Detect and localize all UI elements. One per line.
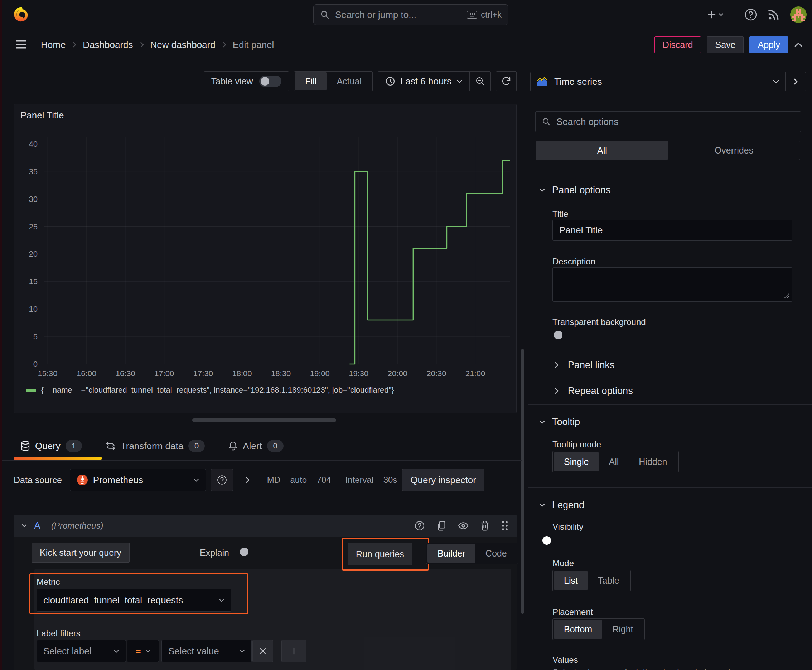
discard-button[interactable]: Discard xyxy=(654,36,701,53)
description-textarea[interactable] xyxy=(553,267,792,302)
tooltip-mode-all[interactable]: All xyxy=(599,452,629,471)
values-label: Values xyxy=(553,655,578,665)
interval-stat: Interval = 30s xyxy=(346,475,397,485)
time-series-chart[interactable]: 15:3016:0016:3017:0017:3018:0018:3019:00… xyxy=(14,104,516,381)
resize-handle-icon[interactable] xyxy=(784,293,789,298)
placement-segmented: Bottom Right xyxy=(553,618,645,640)
search-icon xyxy=(542,117,551,126)
table-view-control: Table view xyxy=(204,71,289,91)
breadcrumb-dashboards[interactable]: Dashboards xyxy=(83,39,133,51)
grafana-logo-icon[interactable] xyxy=(13,6,29,23)
panel-title-input[interactable]: Panel Title xyxy=(553,220,792,240)
chevron-right-icon xyxy=(793,78,798,85)
remove-filter-button[interactable] xyxy=(253,640,273,662)
tooltip-mode-segmented: Single All Hidden xyxy=(553,451,679,472)
metric-select[interactable]: cloudflared_tunnel_total_requests xyxy=(37,589,231,612)
builder-option[interactable]: Builder xyxy=(427,544,475,563)
tab-alert[interactable]: Alert 0 xyxy=(229,440,283,452)
eye-icon[interactable] xyxy=(458,521,469,530)
legend-heading: Legend xyxy=(552,500,584,511)
user-avatar[interactable] xyxy=(790,6,807,23)
tab-transform-data[interactable]: Transform data 0 xyxy=(106,440,205,452)
datasource-picker[interactable]: Prometheus xyxy=(70,469,206,491)
select-label-dropdown[interactable]: Select label xyxy=(37,640,126,662)
time-range-picker[interactable]: Last 6 hours xyxy=(378,71,470,91)
chevron-down-icon xyxy=(456,80,462,83)
breadcrumb-new-dashboard[interactable]: New dashboard xyxy=(150,39,215,51)
table-view-toggle[interactable] xyxy=(259,76,281,87)
breadcrumb-home[interactable]: Home xyxy=(41,39,66,51)
query-editor-card: A (Prometheus) xyxy=(14,515,517,670)
chart-legend[interactable]: {__name__="cloudflared_tunnel_total_requ… xyxy=(26,386,394,395)
actual-option[interactable]: Actual xyxy=(327,72,371,90)
tooltip-header[interactable]: Tooltip xyxy=(539,416,580,428)
kickstart-query-button[interactable]: Kick start your query xyxy=(32,543,130,563)
breadcrumb-edit-panel: Edit panel xyxy=(233,39,274,51)
fill-option[interactable]: Fill xyxy=(295,72,327,90)
run-queries-button[interactable]: Run queries xyxy=(348,543,412,565)
chevron-up-icon[interactable] xyxy=(794,42,803,47)
svg-text:20: 20 xyxy=(29,249,37,259)
visualization-select[interactable]: Time series xyxy=(531,72,785,91)
tab-transform-count: 0 xyxy=(188,440,205,452)
search-options-input[interactable]: Search options xyxy=(535,111,801,132)
left-pane-scrollbar[interactable] xyxy=(521,349,524,614)
datasource-row: Data source Prometheus M xyxy=(14,469,517,491)
code-option[interactable]: Code xyxy=(475,544,517,563)
metric-value: cloudflared_tunnel_total_requests xyxy=(43,595,183,606)
all-overrides-tabs: All Overrides xyxy=(536,140,800,160)
legend-header[interactable]: Legend xyxy=(539,500,584,511)
refresh-button[interactable] xyxy=(496,71,517,91)
tooltip-mode-single[interactable]: Single xyxy=(554,452,599,471)
query-row-actions xyxy=(414,520,509,531)
legend-label[interactable]: {__name__="cloudflared_tunnel_total_requ… xyxy=(41,386,394,395)
window-edge xyxy=(0,0,2,670)
help-icon[interactable] xyxy=(744,8,758,22)
legend-mode-list[interactable]: List xyxy=(554,571,588,590)
editor-tabs: Query 1 Transform data 0 Alert 0 xyxy=(21,436,283,456)
chart-panel: Panel Title 15:3016:0016:3017:0017:3018:… xyxy=(14,104,517,413)
tooltip-mode-hidden[interactable]: Hidden xyxy=(629,452,677,471)
repeat-options-section[interactable]: Repeat options xyxy=(554,382,633,400)
chevron-down-icon xyxy=(114,649,119,653)
table-view-label: Table view xyxy=(211,76,253,86)
chevron-right-icon[interactable] xyxy=(245,476,250,484)
news-rss-icon[interactable] xyxy=(768,8,780,21)
builder-code-segmented: Builder Code xyxy=(426,543,519,564)
save-button[interactable]: Save xyxy=(707,36,744,53)
help-icon[interactable] xyxy=(414,520,425,531)
trash-icon[interactable] xyxy=(480,520,490,531)
query-inspector-button[interactable]: Query inspector xyxy=(402,469,485,491)
query-row-header[interactable]: A (Prometheus) xyxy=(14,515,517,537)
repeat-options-heading: Repeat options xyxy=(568,386,633,397)
placement-bottom[interactable]: Bottom xyxy=(554,620,602,638)
tab-overrides[interactable]: Overrides xyxy=(668,141,800,160)
drag-handle-icon[interactable] xyxy=(501,520,509,531)
tab-query[interactable]: Query 1 xyxy=(21,440,82,452)
menu-icon[interactable] xyxy=(15,39,27,50)
time-range-label: Last 6 hours xyxy=(400,76,451,87)
query-ref-id[interactable]: A xyxy=(34,520,41,531)
select-value-dropdown[interactable]: Select value xyxy=(161,640,252,662)
panel-links-section[interactable]: Panel links xyxy=(554,356,615,374)
copy-icon[interactable] xyxy=(436,520,446,531)
datasource-help-button[interactable] xyxy=(211,469,233,491)
prometheus-icon xyxy=(76,474,88,486)
panel-resize-handle[interactable] xyxy=(192,418,336,422)
zoom-out-button[interactable] xyxy=(470,71,490,91)
panel-options-header[interactable]: Panel options xyxy=(539,185,611,196)
collapse-options-button[interactable] xyxy=(785,72,805,91)
global-search-input[interactable]: Search or jump to... ctrl+k xyxy=(313,4,509,25)
svg-text:19:00: 19:00 xyxy=(310,369,330,378)
apply-button[interactable]: Apply xyxy=(749,36,788,53)
tab-alert-label: Alert xyxy=(243,441,262,452)
add-filter-button[interactable] xyxy=(281,640,307,662)
legend-mode-table[interactable]: Table xyxy=(588,571,629,590)
operator-dropdown[interactable]: = xyxy=(127,640,159,662)
placement-right[interactable]: Right xyxy=(602,620,643,638)
tab-all[interactable]: All xyxy=(536,141,668,160)
add-button[interactable] xyxy=(707,10,724,19)
chevron-down-icon[interactable] xyxy=(22,524,27,528)
database-icon xyxy=(21,441,30,451)
bell-icon xyxy=(229,441,238,451)
